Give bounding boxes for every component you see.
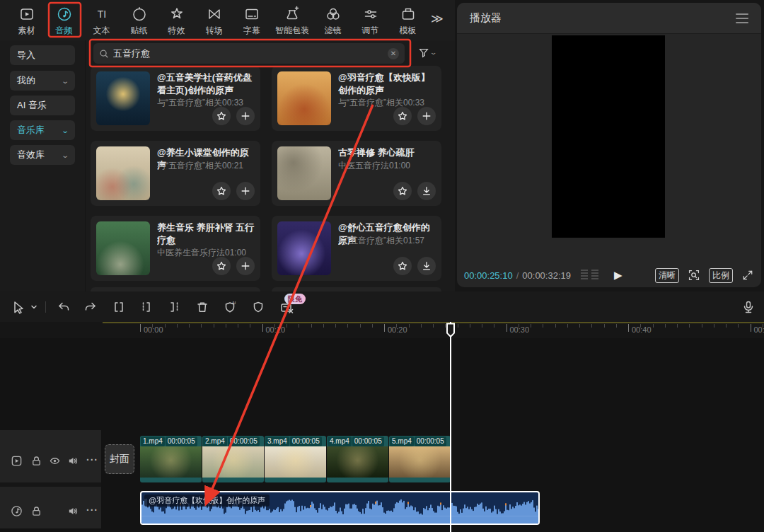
timeline-ruler[interactable]: 00:0000:1000:2000:3000:4000:50	[0, 322, 764, 338]
player-menu-icon[interactable]	[736, 13, 748, 23]
tab-label: 模板	[400, 25, 417, 37]
music-card[interactable]: @五音美学社(音药优盘看主页)创作的原声 与“五音疗愈”相关00:33	[91, 66, 260, 131]
filter-button[interactable]: ⌄	[418, 47, 436, 58]
music-card[interactable]: @舒心五音疗愈创作的原声 与“五音疗愈”相关01:57	[272, 216, 441, 281]
mask-button[interactable]	[251, 300, 265, 314]
expand-tabs-button[interactable]: ≫	[431, 0, 444, 26]
favorite-button[interactable]	[212, 107, 231, 125]
favorite-button[interactable]	[393, 107, 412, 125]
cover-button[interactable]: 封面	[105, 444, 134, 474]
split-button[interactable]	[112, 300, 126, 314]
audio-clip[interactable]: @羽音疗愈【欢快版】创作的原声	[140, 491, 540, 525]
tab-sticker[interactable]: 贴纸	[120, 0, 158, 37]
ruler-tick	[274, 324, 275, 328]
undo-button[interactable]	[57, 300, 71, 314]
tab-media[interactable]: 素材	[8, 0, 45, 37]
search-input[interactable]	[113, 48, 383, 59]
delete-button[interactable]	[195, 300, 209, 314]
undo-icon	[57, 300, 71, 314]
video-track-more[interactable]: ···	[86, 454, 98, 466]
favorite-button[interactable]	[393, 182, 412, 200]
ruler-tick	[751, 324, 751, 332]
ruler-label: 00:10	[266, 325, 286, 334]
redo-button[interactable]	[83, 300, 98, 314]
sidebar-item-ai-music[interactable]: AI 音乐	[10, 96, 75, 115]
sidebar-item-music-library[interactable]: 音乐库⌄	[10, 120, 75, 140]
select-tool-button[interactable]	[11, 300, 25, 314]
favorite-button[interactable]	[393, 257, 412, 275]
app-window: 素材 音频 TI 文本 贴纸 特效 转场	[0, 0, 764, 532]
sidebar-item-sfx-library[interactable]: 音效库⌄	[10, 145, 75, 165]
select-tool-dropdown[interactable]	[30, 303, 38, 311]
tab-captions[interactable]: 字幕	[233, 0, 270, 37]
video-clip[interactable]: 1.mp400:00:05	[140, 436, 202, 482]
clear-search-icon[interactable]: ✕	[388, 48, 399, 59]
tab-audio[interactable]: 音频	[45, 0, 83, 37]
ruler-tick	[591, 324, 592, 328]
audio-track-main-toggle[interactable]	[11, 505, 23, 517]
ruler-tick	[726, 324, 727, 328]
star-icon	[216, 186, 226, 196]
clip-thumbnail	[327, 446, 388, 478]
music-card[interactable]: 养生音乐 养肝补肾 五行疗愈 中医养生音乐疗法01:00	[91, 216, 260, 281]
split-delete-right-button[interactable]	[167, 300, 181, 314]
video-preview[interactable]	[552, 35, 665, 238]
video-clip[interactable]: 3.mp400:00:05	[265, 436, 326, 482]
ruler-tick	[567, 324, 568, 328]
ruler-tick	[507, 324, 507, 332]
tab-adjust[interactable]: 调节	[352, 0, 389, 37]
frame-step-icon[interactable]	[581, 270, 598, 281]
tab-template[interactable]: 模板	[389, 0, 427, 37]
tab-filters[interactable]: 滤镜	[314, 0, 352, 37]
audio-track-mute[interactable]	[67, 505, 79, 517]
ruler-label: 00:20	[388, 325, 407, 334]
video-clip[interactable]: 5.mp400:00:05	[389, 436, 451, 482]
media-icon	[18, 6, 35, 23]
add-to-track-button[interactable]	[236, 182, 255, 200]
audio-track-more[interactable]: ···	[86, 504, 98, 516]
playhead-handle[interactable]	[445, 323, 456, 340]
sidebar-item-import[interactable]: 导入	[10, 45, 75, 65]
ruler-tick	[165, 324, 166, 328]
video-clip[interactable]: 2.mp400:00:05	[202, 436, 264, 482]
tab-text[interactable]: TI 文本	[83, 0, 120, 37]
music-card[interactable]: @羽音疗愈【欢快版】创作的原声 与“五音疗愈”相关00:33	[272, 66, 441, 131]
ratio-button[interactable]: 比例	[709, 268, 733, 283]
ruler-tick	[555, 324, 556, 328]
split-delete-left-button[interactable]	[139, 300, 154, 314]
preview-zoom-button[interactable]	[688, 269, 700, 282]
record-voiceover-button[interactable]	[741, 300, 756, 314]
sidebar-item-mine[interactable]: 我的⌄	[10, 71, 75, 91]
playhead-line[interactable]	[450, 322, 451, 532]
play-button[interactable]: ▶	[614, 269, 623, 282]
quality-button[interactable]: 清晰	[655, 268, 679, 283]
favorite-button[interactable]	[212, 182, 231, 200]
download-button[interactable]	[417, 182, 436, 200]
plus-icon	[241, 261, 250, 271]
video-clip[interactable]: 4.mp400:00:05	[327, 436, 388, 482]
add-to-track-button[interactable]	[417, 107, 436, 125]
music-circle-icon	[11, 505, 23, 517]
add-to-track-button[interactable]	[236, 257, 255, 275]
svg-text:AI: AI	[232, 301, 236, 305]
audio-track-lock[interactable]	[30, 505, 42, 517]
filters-icon	[325, 6, 342, 23]
ai-mask-button[interactable]: AI	[223, 300, 237, 314]
video-track-lock[interactable]	[30, 455, 42, 467]
add-to-track-button[interactable]	[236, 107, 255, 125]
download-button[interactable]	[417, 257, 436, 275]
video-track-visibility[interactable]	[49, 455, 61, 467]
music-card[interactable]: 古琴禅修 养心疏肝 中医五音疗法01:00	[272, 141, 441, 206]
search-input-box[interactable]: ✕	[93, 43, 405, 64]
tab-effects[interactable]: 特效	[158, 0, 195, 37]
chevron-down-icon: ⌄	[61, 151, 69, 159]
ruler-tick	[458, 324, 458, 328]
tab-transition[interactable]: 转场	[195, 0, 233, 37]
music-card[interactable]: @养生小课堂创作的原声 与“五音疗愈”相关00:21	[91, 141, 260, 206]
video-track-main-toggle[interactable]	[11, 455, 23, 467]
tab-smart-pack[interactable]: 智能包装	[270, 0, 314, 37]
fullscreen-button[interactable]	[741, 269, 754, 282]
music-title: 古琴禅修 养心疏肝	[338, 146, 436, 159]
favorite-button[interactable]	[212, 257, 231, 275]
video-track-mute[interactable]	[67, 455, 79, 467]
